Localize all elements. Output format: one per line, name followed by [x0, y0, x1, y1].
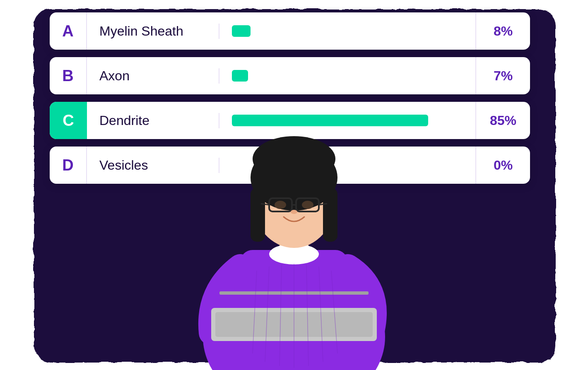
answer-text-a: Myelin Sheath	[87, 24, 219, 39]
svg-point-16	[291, 210, 297, 214]
svg-point-14	[275, 201, 286, 209]
letter-b: B	[50, 57, 87, 94]
person-container	[170, 101, 418, 370]
bar-fill-b	[232, 70, 248, 82]
answer-card-b[interactable]: B Axon 7%	[50, 57, 530, 94]
answer-card-a[interactable]: A Myelin Sheath 8%	[50, 12, 530, 50]
percentage-a: 8%	[476, 24, 530, 39]
answer-text-b: Axon	[87, 68, 219, 84]
scene: A Myelin Sheath 8% B Axon 7% C Dendrite …	[0, 0, 588, 370]
svg-rect-6	[251, 188, 265, 242]
letter-d: D	[50, 147, 87, 184]
bar-fill-a	[232, 25, 251, 37]
letter-a: A	[50, 12, 87, 50]
percentage-c: 85%	[476, 113, 530, 128]
percentage-d: 0%	[476, 158, 530, 173]
person-figure	[174, 105, 414, 370]
svg-rect-7	[323, 188, 337, 242]
svg-point-8	[253, 136, 335, 182]
svg-point-15	[302, 201, 313, 209]
percentage-b: 7%	[476, 68, 530, 84]
letter-c: C	[50, 102, 87, 139]
bar-area-b	[219, 57, 476, 94]
bar-area-a	[219, 12, 476, 50]
